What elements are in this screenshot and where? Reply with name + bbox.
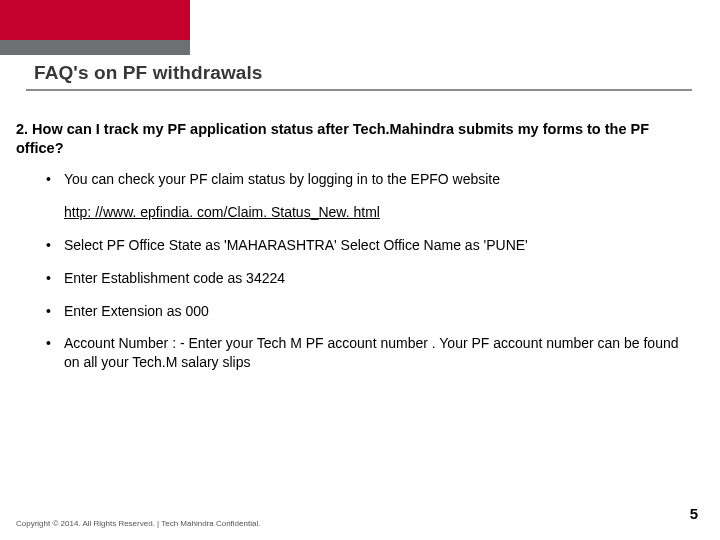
copyright-text: Copyright © 2014. All Rights Reserved. |… — [16, 519, 260, 528]
bullet-text: You can check your PF claim status by lo… — [64, 171, 500, 187]
epfo-link[interactable]: http: //www. epfindia. com/Claim. Status… — [64, 203, 380, 222]
list-item: http: //www. epfindia. com/Claim. Status… — [44, 203, 684, 222]
page-number: 5 — [690, 505, 698, 522]
list-item: Account Number : - Enter your Tech M PF … — [44, 334, 684, 372]
list-item: Enter Extension as 000 — [44, 302, 684, 321]
bullet-text: Enter Establishment code as 34224 — [64, 270, 285, 286]
faq-question: 2. How can I track my PF application sta… — [16, 120, 686, 158]
bullet-text: Account Number : - Enter your Tech M PF … — [64, 335, 679, 370]
list-item: You can check your PF claim status by lo… — [44, 170, 684, 189]
list-item: Enter Establishment code as 34224 — [44, 269, 684, 288]
slide-title: FAQ's on PF withdrawals — [34, 62, 263, 84]
list-item: Select PF Office State as 'MAHARASHTRA' … — [44, 236, 684, 255]
bullet-text: Enter Extension as 000 — [64, 303, 209, 319]
bullet-text: Select PF Office State as 'MAHARASHTRA' … — [64, 237, 528, 253]
brand-banner — [0, 0, 190, 55]
bullet-list: You can check your PF claim status by lo… — [44, 170, 684, 386]
title-underline — [26, 89, 692, 91]
